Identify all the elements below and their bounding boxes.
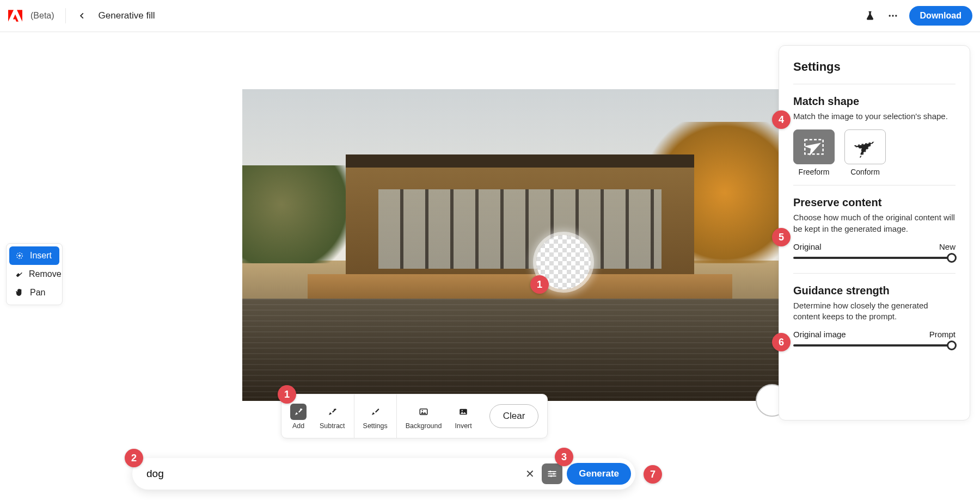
guidance-desc: Determine how closely the generated cont… (793, 300, 955, 323)
prompt-input[interactable] (146, 468, 522, 480)
preserve-slider-thumb[interactable] (947, 253, 957, 263)
guidance-slider[interactable] (793, 344, 955, 347)
app-header: (Beta) Generative fill Download (0, 0, 980, 32)
tool-palette: Insert Remove Pan (6, 243, 63, 305)
svg-point-8 (549, 471, 551, 472)
brush-invert[interactable]: Invert (448, 394, 478, 438)
svg-point-1 (892, 15, 893, 16)
clear-prompt-icon[interactable]: ✕ (522, 466, 537, 481)
canvas-image[interactable] (242, 89, 781, 401)
brush-subtract-label: Subtract (320, 422, 345, 430)
brush-background-label: Background (406, 422, 442, 430)
back-chevron-icon[interactable] (77, 10, 88, 21)
insert-icon (15, 251, 24, 261)
page-title: Generative fill (99, 10, 155, 21)
badge-2: 2 (125, 449, 143, 467)
brush-settings-icon (367, 404, 383, 420)
brush-settings-label: Settings (363, 422, 388, 430)
body-area: Insert Remove Pan (0, 32, 980, 501)
settings-title: Settings (793, 60, 955, 74)
tool-insert-label: Insert (30, 251, 52, 261)
badge-4: 4 (772, 110, 791, 129)
preserve-desc: Choose how much of the original content … (793, 212, 955, 234)
prompt-settings-button[interactable] (542, 463, 562, 484)
generate-button[interactable]: Generate (567, 463, 631, 485)
svg-point-7 (462, 410, 463, 411)
adobe-logo[interactable] (8, 8, 23, 23)
clear-button[interactable]: Clear (489, 404, 539, 428)
preserve-slider[interactable] (793, 257, 955, 259)
brush-background[interactable]: Background (399, 394, 449, 438)
svg-point-10 (550, 475, 552, 477)
remove-icon (15, 269, 23, 279)
tool-insert[interactable]: Insert (9, 246, 59, 265)
divider (65, 8, 66, 23)
guidance-title: Guidance strength (793, 284, 955, 297)
badge-3: 3 (555, 448, 573, 466)
brush-invert-label: Invert (455, 422, 471, 430)
brush-toolbar: Add Subtract Settings Backg (281, 394, 548, 438)
freeform-label: Freeform (799, 168, 830, 176)
svg-point-2 (895, 15, 897, 16)
badge-1b: 1 (278, 385, 296, 404)
brush-subtract-icon (324, 404, 340, 420)
guidance-right-label: Prompt (929, 330, 955, 339)
shape-freeform[interactable]: Freeform (793, 129, 835, 176)
preserve-right-label: New (939, 242, 955, 251)
svg-point-9 (553, 473, 555, 474)
background-icon (415, 404, 432, 420)
match-shape-title: Match shape (793, 95, 955, 108)
beta-label: (Beta) (30, 11, 54, 21)
settings-panel: Settings Match shape Match the image to … (779, 45, 970, 420)
conform-label: Conform (850, 168, 880, 176)
header-left: (Beta) Generative fill (8, 8, 155, 23)
badge-5: 5 (772, 228, 791, 246)
brush-add-icon (290, 404, 307, 420)
invert-icon (455, 404, 471, 420)
brush-add-label: Add (292, 422, 304, 430)
match-shape-desc: Match the image to your selection's shap… (793, 111, 955, 122)
guidance-left-label: Original image (793, 330, 846, 339)
freeform-icon (793, 129, 835, 164)
preserve-title: Preserve content (793, 196, 955, 209)
download-button[interactable]: Download (909, 6, 972, 26)
tool-pan-label: Pan (30, 288, 45, 298)
conform-icon (844, 129, 886, 164)
preserve-left-label: Original (793, 242, 822, 251)
tool-remove[interactable]: Remove (9, 265, 59, 283)
beaker-icon[interactable] (863, 9, 877, 22)
tool-pan[interactable]: Pan (9, 283, 59, 302)
badge-7: 7 (644, 465, 662, 484)
pan-icon (15, 288, 24, 298)
brush-settings[interactable]: Settings (357, 394, 394, 438)
svg-point-5 (422, 410, 423, 411)
tool-remove-label: Remove (29, 269, 62, 279)
more-icon[interactable] (886, 9, 899, 22)
svg-point-0 (889, 15, 890, 16)
shape-conform[interactable]: Conform (844, 129, 886, 176)
badge-1a: 1 (530, 275, 549, 294)
badge-6: 6 (772, 333, 791, 351)
guidance-slider-thumb[interactable] (947, 341, 957, 350)
header-right: Download (863, 6, 972, 26)
brush-subtract[interactable]: Subtract (313, 394, 352, 438)
